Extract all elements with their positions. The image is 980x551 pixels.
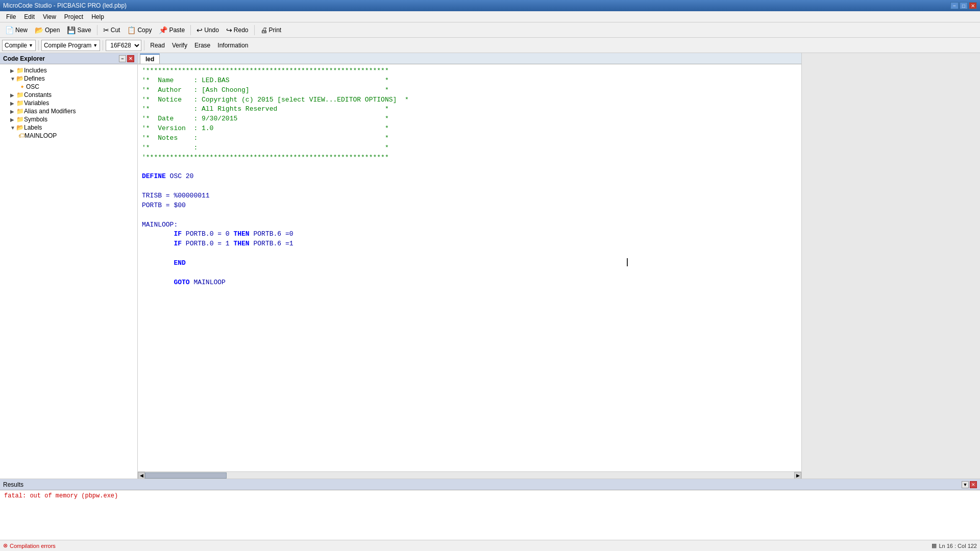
tree-item-defines[interactable]: ▼ 📂 Defines (2, 74, 135, 83)
tab-led-label: led (145, 56, 154, 63)
panel-close-button[interactable]: ✕ (127, 55, 134, 62)
tree-item-mainloop[interactable]: 🏷 MAINLOOP (2, 132, 135, 140)
tree-expand-alias: ▶ (10, 109, 15, 114)
code-line-4: '* Notice : Copyright (c) 2015 [select V… (142, 95, 797, 105)
menu-view[interactable]: View (39, 12, 60, 21)
tree-item-variables[interactable]: ▶ 📁 Variables (2, 99, 135, 107)
hscroll-track[interactable] (145, 472, 794, 479)
erase-label: Erase (194, 42, 210, 49)
tree-label-constants: Constants (24, 91, 52, 98)
print-button[interactable]: 🖨 Print (257, 24, 285, 36)
code-line-3: '* Author : [Ash Choong] * (142, 86, 797, 95)
compile-program-arrow: ▼ (93, 43, 97, 48)
results-dropdown-button[interactable]: ▼ (962, 481, 969, 488)
results-text: fatal: out of memory (pbpw.exe) (4, 492, 118, 499)
hscroll-bar: ◀ ▶ (138, 471, 801, 479)
code-line-21: END (142, 259, 797, 268)
code-line-5: '* : All Rights Reserved * (142, 105, 797, 114)
paste-button[interactable]: 📌 Paste (156, 24, 188, 36)
compile-program-dropdown[interactable]: Compile Program ▼ (41, 40, 100, 51)
hscroll-thumb[interactable] (145, 472, 227, 479)
folder-icon-labels: 📂 (16, 124, 24, 131)
menu-bar: File Edit View Project Help (0, 11, 980, 22)
tree-item-osc[interactable]: 🔸 OSC (2, 83, 135, 91)
tree-item-alias[interactable]: ▶ 📁 Alias and Modifiers (2, 107, 135, 115)
position-icon: ▦ (932, 542, 937, 549)
save-label: Save (77, 27, 91, 34)
tab-bar: led (138, 53, 801, 64)
code-line-9: '* : * (142, 143, 797, 153)
sep5 (103, 40, 103, 51)
copy-button[interactable]: 📋 Copy (124, 24, 155, 36)
code-line-2: '* Name : LED.BAS * (142, 76, 797, 86)
code-line-8: '* Notes : * (142, 134, 797, 143)
new-button[interactable]: 📄 New (2, 24, 31, 36)
minimize-button[interactable]: − (950, 2, 959, 9)
information-button[interactable]: Information (214, 39, 251, 52)
menu-help[interactable]: Help (87, 12, 108, 21)
menu-edit[interactable]: Edit (20, 12, 39, 21)
erase-button[interactable]: Erase (191, 39, 213, 52)
code-line-23: GOTO MAINLOOP (142, 278, 797, 288)
code-line-16 (142, 211, 797, 220)
compile-dropdown[interactable]: Compile ▼ (2, 40, 36, 51)
sep2 (190, 25, 191, 35)
cut-icon: ✂ (103, 26, 109, 34)
menu-file[interactable]: File (2, 12, 20, 21)
cut-label: Cut (111, 27, 120, 34)
tree-item-includes[interactable]: ▶ 📁 Includes (2, 66, 135, 74)
read-button[interactable]: Read (147, 39, 168, 52)
chip-select[interactable]: 16F628 16F84A 16F877A (106, 40, 141, 51)
maximize-button[interactable]: □ (960, 2, 968, 9)
tree-area: ▶ 📁 Includes ▼ 📂 Defines 🔸 OSC ▶ 📁 (0, 64, 137, 479)
code-line-6: '* Date : 9/30/2015 * (142, 114, 797, 124)
tree-label-alias: Alias and Modifiers (24, 108, 76, 115)
cursor (627, 258, 628, 266)
tree-item-labels[interactable]: ▼ 📂 Labels (2, 123, 135, 132)
information-label: Information (217, 42, 248, 49)
compilation-errors-status: ⊗ Compilation errors (3, 542, 56, 549)
folder-icon-constants: 📁 (16, 91, 24, 98)
panel-minimize-button[interactable]: − (119, 55, 126, 62)
hscroll-left-arrow[interactable]: ◀ (138, 472, 145, 479)
tree-label-defines: Defines (24, 75, 45, 82)
paste-label: Paste (169, 27, 185, 34)
title-bar-title: MicroCode Studio - PICBASIC PRO (led.pbp… (3, 2, 127, 9)
copy-icon: 📋 (127, 26, 136, 34)
undo-label: Undo (204, 27, 219, 34)
tree-item-constants[interactable]: ▶ 📁 Constants (2, 91, 135, 99)
results-header: Results ▼ ✕ (0, 479, 980, 490)
tab-led[interactable]: led (140, 54, 160, 64)
verify-label: Verify (172, 42, 187, 49)
code-line-10: '***************************************… (142, 153, 797, 163)
save-button[interactable]: 💾 Save (64, 24, 94, 36)
code-explorer-panel: Code Explorer − ✕ ▶ 📁 Includes ▼ 📂 Defin… (0, 53, 138, 479)
results-close-button[interactable]: ✕ (970, 481, 977, 488)
verify-button[interactable]: Verify (169, 39, 190, 52)
cut-button[interactable]: ✂ Cut (100, 24, 124, 36)
status-bar: ⊗ Compilation errors ▦ Ln 16 : Col 122 (0, 540, 980, 551)
undo-button[interactable]: ↩ Undo (193, 24, 222, 36)
tree-label-mainloop: MAINLOOP (24, 132, 57, 139)
paste-icon: 📌 (159, 26, 167, 34)
open-button[interactable]: 📂 Open (32, 24, 63, 36)
hscroll-right-arrow[interactable]: ▶ (794, 472, 801, 479)
code-line-20 (142, 249, 797, 259)
code-line-1: '***************************************… (142, 66, 797, 76)
tree-label-symbols: Symbols (24, 116, 47, 123)
close-button[interactable]: ✕ (969, 2, 977, 9)
title-bar: MicroCode Studio - PICBASIC PRO (led.pbp… (0, 0, 980, 11)
tree-expand-symbols: ▶ (10, 117, 15, 122)
tree-expand-includes: ▶ (10, 68, 15, 73)
sep6 (144, 40, 144, 51)
code-line-15: PORTB = $00 (142, 201, 797, 211)
code-line-13 (142, 182, 797, 191)
new-icon: 📄 (5, 26, 14, 34)
code-editor[interactable]: '***************************************… (138, 64, 801, 471)
tree-item-symbols[interactable]: ▶ 📁 Symbols (2, 115, 135, 123)
redo-button[interactable]: ↪ Redo (223, 24, 252, 36)
code-explorer-header: Code Explorer − ✕ (0, 53, 137, 64)
menu-project[interactable]: Project (60, 12, 87, 21)
code-line-18: IF PORTB.0 = 0 THEN PORTB.6 =0 (142, 230, 797, 239)
read-label: Read (150, 42, 165, 49)
